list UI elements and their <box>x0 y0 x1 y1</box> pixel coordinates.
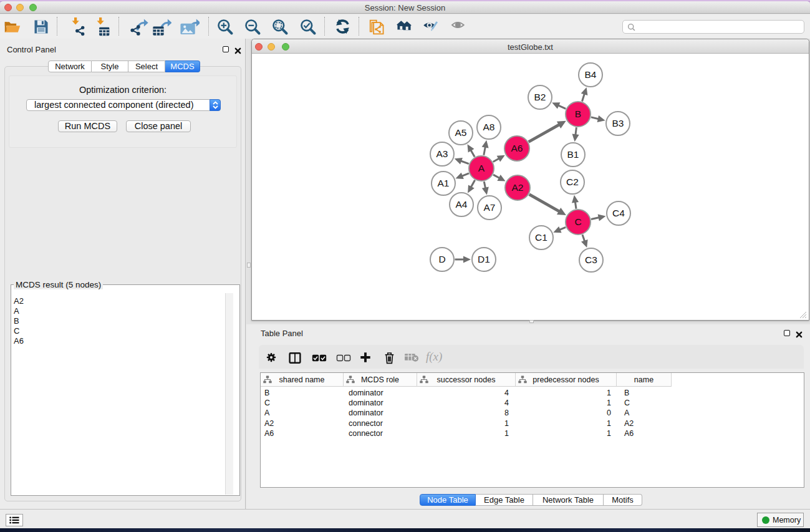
svg-text:C: C <box>574 216 581 227</box>
svg-text:A2: A2 <box>512 182 524 193</box>
svg-text:B3: B3 <box>612 118 624 128</box>
svg-text:A8: A8 <box>483 122 495 132</box>
svg-text:A7: A7 <box>484 202 496 213</box>
svg-text:C1: C1 <box>535 232 547 243</box>
svg-text:A6: A6 <box>511 143 523 153</box>
svg-text:A5: A5 <box>455 127 467 138</box>
svg-text:A3: A3 <box>436 148 448 159</box>
svg-text:A4: A4 <box>456 199 468 210</box>
svg-text:B4: B4 <box>585 69 597 80</box>
svg-text:A1: A1 <box>438 178 450 188</box>
svg-text:A: A <box>478 163 485 173</box>
svg-text:B: B <box>575 109 581 119</box>
svg-text:D: D <box>438 254 445 264</box>
svg-text:C4: C4 <box>612 208 625 218</box>
svg-text:C2: C2 <box>566 177 579 187</box>
svg-text:B1: B1 <box>567 149 579 160</box>
svg-text:C3: C3 <box>585 254 597 265</box>
svg-text:B2: B2 <box>534 92 546 102</box>
svg-text:D1: D1 <box>478 254 490 264</box>
